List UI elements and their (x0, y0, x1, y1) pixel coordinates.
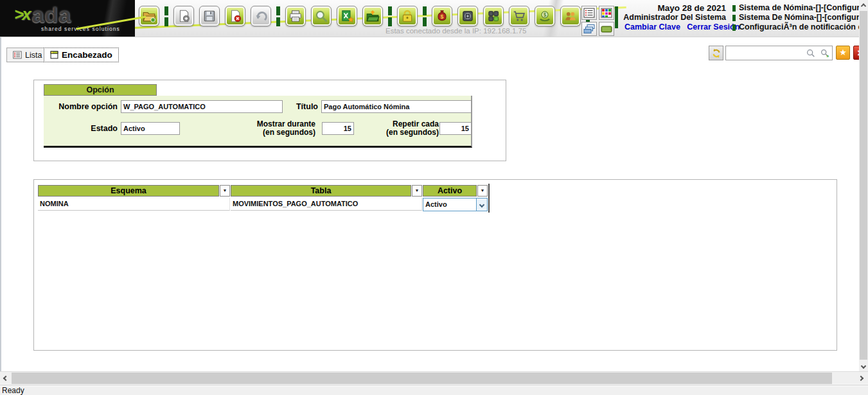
ada-brand-text: ada (32, 5, 72, 24)
activo-filter-button[interactable]: ▼ (477, 185, 488, 197)
activo-combobox-value: Activo (425, 200, 447, 208)
column-header-activo[interactable]: Activo (423, 185, 477, 197)
star-icon: ★ (839, 48, 847, 57)
mosaic-icon (601, 8, 612, 18)
system-titles: Sistema de Nómina-[]-[ConfiguraciÃ Siste… (732, 3, 859, 32)
mostrar-durante-label2: (en segundos) (236, 128, 315, 137)
mostrar-durante-input[interactable] (322, 122, 354, 135)
favorite-button[interactable]: ★ (836, 46, 850, 60)
keyboard-button[interactable] (599, 22, 614, 36)
tab-encabezado-label: Encabezado (62, 50, 112, 60)
estado-label: Estado (57, 124, 118, 133)
header-separator (615, 6, 618, 28)
hand-money-icon: $ (538, 9, 552, 23)
main-content: Lista Encabezado (0, 37, 859, 371)
column-header-tabla[interactable]: Tabla (231, 185, 411, 197)
horizontal-scrollbar-thumb[interactable] (12, 373, 832, 384)
column-header-esquema[interactable]: Esquema (38, 185, 219, 197)
scroll-down-button[interactable] (859, 361, 868, 371)
table-right-edge (488, 184, 490, 213)
chevron-left-icon (3, 376, 8, 381)
toolbar-separator (388, 6, 392, 26)
magnifier-icon (314, 9, 328, 23)
chevron-right-icon (858, 376, 864, 381)
toolbar: $ (139, 6, 595, 26)
print-button[interactable] (285, 6, 306, 26)
tab-lista[interactable]: Lista (6, 48, 48, 62)
row-activo-combobox[interactable]: Activo (423, 198, 488, 211)
undo-button[interactable] (251, 6, 271, 26)
connection-status: Estas conectado desde la IP: 192.168.1.7… (385, 27, 526, 35)
refresh-icon (711, 48, 722, 59)
nombre-opcion-input[interactable] (121, 100, 283, 113)
search-records-button[interactable] (311, 6, 332, 26)
list-view-button[interactable] (581, 6, 597, 20)
modules-grid-icon (486, 9, 500, 23)
opcion-panel: Opción Nombre opción Título Estado Mostr… (33, 80, 506, 161)
title-bullet (732, 15, 736, 21)
search-box: » (725, 46, 833, 60)
change-password-link[interactable]: Cambiar Clave (624, 22, 680, 31)
row-cell-tabla[interactable]: MOVIMIENTOS_PAGO_AUTOMATICO (231, 198, 422, 211)
opcion-form: Nombre opción Título Estado Mostrar dura… (44, 96, 472, 148)
tab-encabezado[interactable]: Encabezado (44, 48, 119, 62)
titulo-label: Título (289, 102, 318, 111)
current-date: Mayo 28 de 2021 (620, 3, 726, 13)
combobox-dropdown-button[interactable] (476, 198, 487, 211)
scroll-right-button[interactable] (855, 372, 867, 385)
horizontal-scrollbar[interactable] (0, 371, 868, 384)
esquema-filter-button[interactable]: ▼ (220, 185, 230, 197)
save-button[interactable] (199, 6, 220, 26)
dropdown-arrow-icon: ▼ (223, 188, 227, 193)
opcion-section-tab[interactable]: Opción (44, 84, 157, 96)
repetir-cada-input[interactable] (439, 122, 472, 135)
header-bar: >x ada shared services solutions (0, 0, 859, 37)
new-document-button[interactable] (173, 6, 194, 26)
upload-folder-button[interactable] (362, 6, 383, 26)
svg-text:»: » (826, 54, 829, 58)
search-next-icon: » (820, 48, 830, 58)
shopping-cart-icon (512, 9, 526, 23)
search-input[interactable] (727, 48, 803, 58)
encabezado-tab-icon (50, 51, 58, 59)
shopping-cart-button[interactable] (509, 6, 529, 26)
upload-folder-icon (366, 9, 380, 23)
lock-button[interactable] (397, 6, 418, 26)
dropdown-arrow-icon: ▼ (481, 188, 485, 193)
status-bar: Ready (0, 385, 868, 395)
scroll-up-button[interactable] (859, 0, 868, 10)
search-icon (806, 48, 816, 58)
ada-logo: >x ada shared services solutions (0, 0, 135, 37)
refresh-button[interactable] (709, 46, 723, 60)
undo-icon (254, 9, 268, 23)
system-title-2: Sistema De Nómina-[]-[configuraciã (739, 13, 859, 22)
chevron-down-icon (861, 364, 866, 369)
delete-document-button[interactable] (225, 6, 245, 26)
safe-button[interactable] (457, 6, 478, 26)
users-button[interactable] (560, 6, 581, 26)
toolbar-separator (164, 6, 168, 26)
view-mode-buttons (581, 6, 614, 36)
tabla-filter-button[interactable]: ▼ (412, 185, 422, 197)
lista-tab-icon (13, 51, 22, 59)
modules-grid-button[interactable] (483, 6, 504, 26)
toolbar-separator (423, 6, 427, 26)
search-button[interactable] (804, 48, 817, 59)
mosaic-view-button[interactable] (599, 6, 614, 20)
save-icon (202, 9, 217, 23)
repetir-cada-label2: (en segundos) (378, 128, 439, 137)
row-cell-esquema[interactable]: NOMINA (38, 198, 230, 211)
vertical-scrollbar[interactable] (859, 0, 868, 371)
svg-text:$: $ (441, 13, 444, 20)
search-next-button[interactable]: » (819, 48, 831, 59)
titulo-input[interactable] (321, 100, 472, 113)
cascade-windows-button[interactable] (581, 22, 597, 36)
money-bag-icon: $ (435, 9, 449, 23)
hand-money-button[interactable]: $ (535, 6, 555, 26)
export-excel-button[interactable] (337, 6, 357, 26)
vertical-scrollbar-thumb[interactable] (860, 11, 867, 360)
scroll-left-button[interactable] (0, 372, 12, 385)
estado-input[interactable] (121, 122, 180, 135)
nombre-opcion-label: Nombre opción (47, 102, 118, 111)
money-bag-button[interactable]: $ (432, 6, 452, 26)
